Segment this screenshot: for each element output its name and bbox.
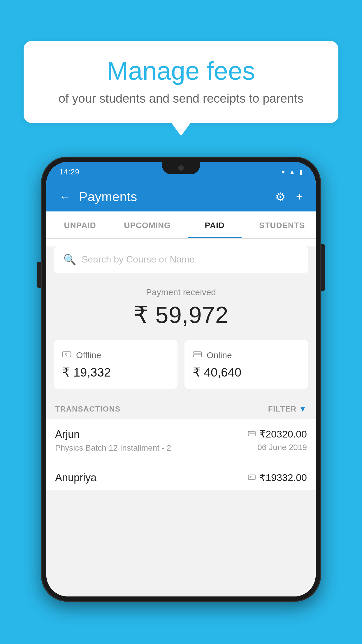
- search-icon: 🔍: [63, 253, 76, 266]
- transaction-row[interactable]: Arjun Physics Batch 12 Installment - 2: [46, 419, 316, 462]
- camera: [178, 165, 184, 171]
- app-content: 🔍 Search by Course or Name Payment recei…: [46, 246, 316, 596]
- transaction-amount-2: ₹19332.00: [259, 472, 307, 483]
- transaction-payment-icon: [248, 429, 256, 439]
- tab-students[interactable]: STUDENTS: [248, 211, 316, 238]
- online-card: Online ₹ 40,640: [184, 340, 308, 389]
- transaction-amount: ₹20320.00: [259, 428, 307, 440]
- transaction-name-2: Anupriya: [55, 472, 96, 484]
- transaction-left: Arjun Physics Batch 12 Installment - 2: [55, 428, 171, 453]
- app-header: ← Payments ⚙ +: [46, 182, 316, 211]
- transaction-course: Physics Batch 12 Installment - 2: [55, 443, 171, 453]
- transaction-left-2: Anupriya: [55, 472, 96, 484]
- svg-rect-3: [193, 353, 201, 355]
- online-amount: ₹ 40,640: [193, 365, 300, 379]
- filter-icon: ▼: [299, 405, 307, 414]
- transaction-right-2: ₹ ₹19332.00: [248, 472, 307, 483]
- search-placeholder: Search by Course or Name: [82, 254, 195, 265]
- payment-received-section: Payment received ₹ 59,972: [46, 273, 316, 340]
- svg-text:₹: ₹: [249, 476, 252, 480]
- tab-unpaid[interactable]: UNPAID: [46, 211, 114, 238]
- online-label: Online: [207, 350, 232, 360]
- payment-received-label: Payment received: [55, 287, 307, 297]
- transactions-header: TRANSACTIONS FILTER ▼: [46, 398, 316, 419]
- transaction-date: 06 June 2019: [257, 443, 307, 452]
- payment-received-amount: ₹ 59,972: [55, 301, 307, 328]
- speech-bubble-wrapper: Manage fees of your students and send re…: [0, 41, 362, 123]
- status-time: 14:29: [59, 167, 80, 176]
- bubble-title: Manage fees: [44, 57, 318, 85]
- phone-inner: 14:29 ▾ ▲ ▮ ← Payments ⚙ + UNPAID: [46, 162, 316, 596]
- header-icons: ⚙ +: [275, 190, 303, 204]
- offline-icon: ₹: [62, 349, 71, 361]
- payment-cards: ₹ Offline ₹ 19,332: [54, 340, 308, 389]
- add-icon[interactable]: +: [296, 190, 303, 203]
- svg-rect-5: [248, 433, 255, 434]
- offline-label: Offline: [76, 350, 101, 360]
- transaction-amount-row: ₹20320.00: [248, 428, 307, 440]
- back-button[interactable]: ←: [59, 190, 71, 203]
- battery-icon: ▮: [299, 168, 303, 176]
- status-bar: 14:29 ▾ ▲ ▮: [46, 162, 316, 182]
- transaction-name: Arjun: [55, 428, 171, 440]
- transaction-payment-icon-2: ₹: [248, 473, 256, 482]
- tabs-bar: UNPAID UPCOMING PAID STUDENTS: [46, 211, 316, 239]
- wifi-icon: ▾: [282, 168, 285, 176]
- transaction-row-partial[interactable]: Anupriya ₹ ₹19332.00: [46, 462, 316, 490]
- svg-text:₹: ₹: [65, 352, 67, 357]
- online-icon: [193, 349, 202, 361]
- transaction-amount-row-2: ₹ ₹19332.00: [248, 472, 307, 483]
- tab-paid[interactable]: PAID: [181, 211, 248, 238]
- tab-upcoming[interactable]: UPCOMING: [114, 211, 181, 238]
- speech-bubble: Manage fees of your students and send re…: [24, 41, 338, 123]
- status-icons: ▾ ▲ ▮: [282, 168, 303, 176]
- phone-outer: 14:29 ▾ ▲ ▮ ← Payments ⚙ + UNPAID: [41, 157, 321, 602]
- search-bar[interactable]: 🔍 Search by Course or Name: [54, 246, 308, 273]
- notch: [162, 162, 200, 174]
- filter-button[interactable]: FILTER ▼: [268, 405, 307, 414]
- offline-card-top: ₹ Offline: [62, 349, 169, 361]
- transaction-right: ₹20320.00 06 June 2019: [248, 428, 307, 452]
- transactions-label: TRANSACTIONS: [55, 405, 121, 414]
- online-card-top: Online: [193, 349, 300, 361]
- settings-icon[interactable]: ⚙: [275, 190, 286, 204]
- offline-card: ₹ Offline ₹ 19,332: [54, 340, 178, 389]
- phone-wrapper: 14:29 ▾ ▲ ▮ ← Payments ⚙ + UNPAID: [38, 157, 324, 602]
- signal-icon: ▲: [289, 168, 295, 176]
- offline-amount: ₹ 19,332: [62, 365, 169, 379]
- header-title: Payments: [79, 190, 267, 204]
- bubble-subtitle: of your students and send receipts to pa…: [44, 92, 318, 106]
